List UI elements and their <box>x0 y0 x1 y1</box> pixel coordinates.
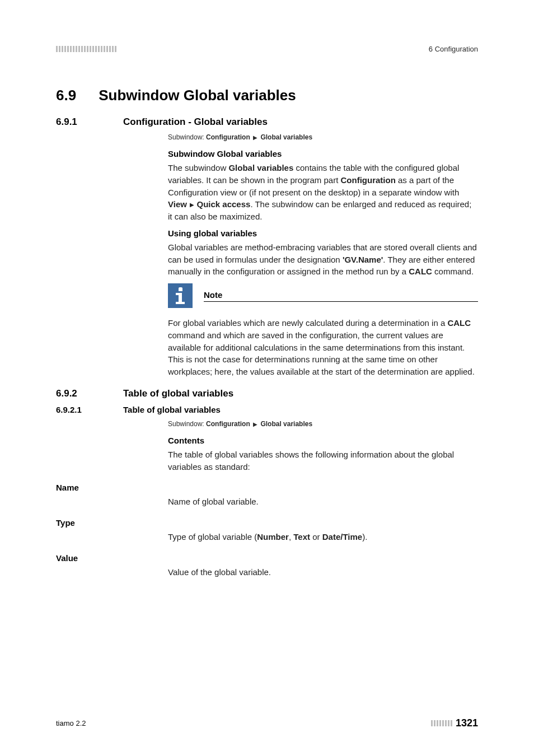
text-bold: Global variables <box>228 163 293 172</box>
text-bold: View <box>168 199 187 209</box>
field-label: Value <box>56 553 478 563</box>
heading-6-9-2-1: 6.9.2.1 Table of global variables <box>56 405 478 414</box>
breadcrumb-label: Subwindow: <box>168 133 204 141</box>
heading-6-9: 6.9 Subwindow Global variables <box>56 87 478 104</box>
field-desc: Value of the global variable. <box>168 566 478 578</box>
text: For global variables which are newly cal… <box>168 318 447 328</box>
field-label: Type <box>56 518 478 528</box>
heading-6-9-1-title: Configuration - Global variables <box>123 116 268 128</box>
field-label: Name <box>56 483 478 492</box>
page-footer: tiamo 2.2 1321 <box>56 717 478 729</box>
text: The subwindow <box>168 163 228 172</box>
field-desc: Name of global variable. <box>168 496 478 508</box>
text: command. <box>432 267 474 276</box>
heading-6-9-2-title: Table of global variables <box>123 388 233 399</box>
heading-6-9-2-num: 6.9.2 <box>56 388 101 399</box>
field-row-type: Type Type of global variable (Number, Te… <box>56 518 478 543</box>
heading-6-9-1-num: 6.9.1 <box>56 116 101 128</box>
breadcrumb-item: Configuration <box>206 133 250 141</box>
text: or <box>310 532 322 542</box>
triangle-separator-icon: ▶ <box>188 202 196 208</box>
breadcrumb-691: Subwindow: Configuration ▶ Global variab… <box>168 133 478 141</box>
breadcrumb-item: Global variables <box>260 133 312 141</box>
paragraph: The table of global variables shows the … <box>168 449 478 473</box>
breadcrumb-item: Global variables <box>260 420 312 428</box>
breadcrumb-label: Subwindow: <box>168 420 204 428</box>
note-body: For global variables which are newly cal… <box>168 317 478 378</box>
subheading-subwindow: Subwindow Global variables <box>168 149 478 158</box>
breadcrumb-separator-icon: ▶ <box>253 134 257 141</box>
heading-6-9-2: 6.9.2 Table of global variables <box>56 388 478 399</box>
subheading-contents: Contents <box>168 436 478 445</box>
footer-left: tiamo 2.2 <box>56 719 86 727</box>
note-title: Note <box>204 290 478 302</box>
text-bold: Number <box>257 532 289 542</box>
breadcrumb-item: Configuration <box>206 420 250 428</box>
paragraph: Global variables are method-embracing va… <box>168 241 478 278</box>
info-icon <box>168 283 193 308</box>
field-row-name: Name Name of global variable. <box>56 483 478 508</box>
text-bold: Text <box>293 532 310 542</box>
header-chapter: 6 Configuration <box>429 45 478 53</box>
text-bold: CALC <box>409 267 432 276</box>
text-bold: Quick access <box>196 199 250 209</box>
paragraph: The subwindow Global variables contains … <box>168 162 478 223</box>
page-number: 1321 <box>456 717 478 729</box>
footer-page: 1321 <box>431 717 478 729</box>
breadcrumb-6921: Subwindow: Configuration ▶ Global variab… <box>168 420 478 428</box>
footer-ornament <box>431 720 452 726</box>
heading-6-9-title: Subwindow Global variables <box>99 87 296 104</box>
heading-6-9-num: 6.9 <box>56 87 76 104</box>
heading-6-9-2-1-num: 6.9.2.1 <box>56 405 106 414</box>
subheading-using: Using global variables <box>168 228 478 238</box>
text: ). <box>362 532 367 542</box>
field-desc: Type of global variable (Number, Text or… <box>168 531 478 543</box>
text: command and which are saved in the confi… <box>168 330 475 376</box>
heading-6-9-2-1-title: Table of global variables <box>123 405 221 414</box>
text-bold: Date/Time <box>322 532 362 542</box>
note-block: Note For global variables which are newl… <box>168 283 478 378</box>
text-bold: CALC <box>447 318 471 328</box>
breadcrumb-separator-icon: ▶ <box>253 421 257 427</box>
text-bold: 'GV.Name' <box>343 255 383 264</box>
page-header: 6 Configuration <box>56 45 478 53</box>
text: Type of global variable ( <box>168 532 257 542</box>
heading-6-9-1: 6.9.1 Configuration - Global variables <box>56 116 478 128</box>
text-bold: Configuration <box>341 175 396 185</box>
field-row-value: Value Value of the global variable. <box>56 553 478 578</box>
header-ornament <box>56 46 116 52</box>
